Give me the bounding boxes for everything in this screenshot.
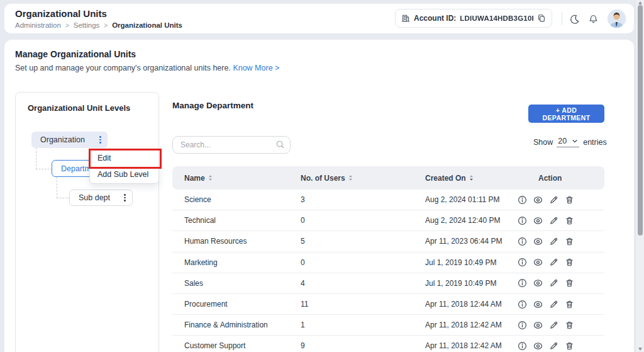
edit-pencil-icon[interactable] [548, 320, 558, 330]
table-row: Marketing 0 Jul 1, 2019 10:49 PM [172, 253, 604, 273]
user-avatar[interactable] [608, 9, 626, 28]
column-header-created[interactable]: Created On [425, 174, 527, 183]
edit-pencil-icon[interactable] [548, 236, 558, 246]
info-icon[interactable] [517, 236, 527, 246]
table-row: Technical 0 Aug 2, 2024 12:40 PM [172, 210, 604, 231]
sort-icon[interactable] [208, 174, 213, 181]
department-created: Apr 11, 2018 12:42 AM [425, 321, 502, 329]
page-scrollbar[interactable] [635, 0, 644, 352]
delete-trash-icon[interactable] [564, 195, 574, 205]
scrollbar-thumb[interactable] [638, 5, 643, 236]
kebab-menu-icon[interactable] [99, 136, 101, 144]
view-eye-icon[interactable] [533, 299, 543, 309]
sort-icon[interactable] [469, 174, 474, 181]
table-row: Finance & Administration 1 Apr 11, 2018 … [172, 315, 604, 336]
delete-trash-icon[interactable] [564, 236, 574, 246]
department-created: Jul 1, 2019 10:49 PM [425, 279, 496, 288]
view-eye-icon[interactable] [533, 215, 543, 225]
breadcrumb-settings[interactable]: Settings [74, 21, 100, 29]
table-row: Human Resources 5 Apr 11, 2023 06:44 PM [172, 231, 604, 252]
info-icon[interactable] [517, 320, 527, 330]
scroll-up-arrow[interactable] [638, 1, 642, 4]
kebab-menu-icon[interactable] [124, 194, 126, 202]
table-row: Sales 4 Jul 1, 2019 10:49 PM [172, 273, 604, 294]
department-users: 5 [301, 237, 305, 246]
breadcrumb-administration[interactable]: Administration [15, 21, 61, 29]
department-created: Jul 1, 2019 10:49 PM [425, 258, 496, 267]
department-name: Marketing [184, 258, 218, 267]
department-created: Apr 11, 2018 12:42 AM [425, 341, 502, 350]
tree-node-organization[interactable]: Organization [31, 132, 108, 148]
entries-label: entries [583, 138, 607, 147]
view-eye-icon[interactable] [533, 278, 543, 288]
department-name: Technical [184, 216, 216, 225]
view-eye-icon[interactable] [533, 258, 543, 268]
department-name: Science [184, 195, 211, 204]
delete-trash-icon[interactable] [564, 215, 574, 225]
view-eye-icon[interactable] [533, 341, 543, 351]
delete-trash-icon[interactable] [564, 258, 574, 268]
show-label: Show [533, 138, 553, 147]
department-name: Sales [184, 279, 203, 288]
account-id-box: Account ID: LDIUWA14HDB3G10RVT0 [395, 9, 552, 28]
department-created: Apr 11, 2018 12:44 AM [425, 300, 502, 309]
search-icon [275, 140, 285, 152]
view-eye-icon[interactable] [533, 195, 543, 205]
know-more-link[interactable]: Know More > [233, 64, 279, 72]
account-id-value: LDIUWA14HDB3G10RVT0 [460, 14, 533, 22]
building-icon [401, 14, 410, 23]
view-eye-icon[interactable] [533, 320, 543, 330]
edit-pencil-icon[interactable] [548, 278, 558, 288]
delete-trash-icon[interactable] [564, 341, 574, 351]
table-row: Procurement 11 Apr 11, 2018 12:44 AM [172, 294, 604, 315]
edit-pencil-icon[interactable] [548, 215, 558, 225]
info-icon[interactable] [517, 278, 527, 288]
edit-pencil-icon[interactable] [548, 258, 558, 268]
info-icon[interactable] [517, 195, 527, 205]
info-icon[interactable] [517, 258, 527, 268]
info-icon[interactable] [517, 341, 527, 351]
info-icon[interactable] [517, 215, 527, 225]
department-users: 0 [301, 258, 305, 267]
delete-trash-icon[interactable] [564, 299, 574, 309]
table-row: Science 3 Aug 2, 2024 01:11 PM [172, 190, 604, 210]
column-header-name[interactable]: Name [172, 174, 301, 183]
table-row: Customer Support 9 Apr 11, 2018 12:42 AM [172, 336, 604, 352]
delete-trash-icon[interactable] [564, 278, 574, 288]
edit-pencil-icon[interactable] [548, 195, 558, 205]
department-name: Customer Support [184, 341, 245, 350]
context-menu-add-sub-level[interactable]: Add Sub Level [90, 166, 158, 183]
department-created: Apr 11, 2023 06:44 PM [425, 237, 502, 246]
department-name: Finance & Administration [184, 321, 268, 329]
copy-icon[interactable] [537, 14, 546, 23]
tree-connector [57, 177, 70, 198]
scroll-down-arrow[interactable] [638, 348, 642, 351]
view-eye-icon[interactable] [533, 236, 543, 246]
section-subtitle: Set up and manage your company's organiz… [15, 64, 279, 72]
breadcrumb-separator: > [65, 22, 69, 29]
main-content: Manage Organizational Units Set up and m… [4, 40, 634, 352]
edit-pencil-icon[interactable] [548, 299, 558, 309]
sort-icon[interactable] [348, 174, 353, 181]
header-divider [562, 12, 562, 25]
notifications-icon[interactable] [586, 12, 600, 26]
breadcrumb: Administration > Settings > Organization… [15, 21, 182, 29]
department-users: 4 [301, 279, 305, 288]
entries-control: Show 20 entries [533, 137, 609, 147]
context-menu-edit[interactable]: Edit [90, 150, 158, 166]
department-name: Procurement [184, 300, 228, 309]
edit-pencil-icon[interactable] [548, 341, 558, 351]
breadcrumb-separator: > [104, 22, 108, 29]
tree-connector [36, 148, 52, 169]
add-department-button[interactable]: + ADD DEPARTMENT [528, 105, 604, 123]
column-header-users[interactable]: No. of Users [301, 174, 425, 183]
breadcrumb-current: Organizational Units [112, 21, 182, 29]
tree-node-sub-dept[interactable]: Sub dept [69, 190, 133, 206]
search-input[interactable] [172, 136, 291, 154]
entries-per-page-select[interactable]: 20 [557, 137, 579, 147]
department-panel-title: Manage Department [172, 101, 253, 110]
delete-trash-icon[interactable] [564, 320, 574, 330]
dark-mode-icon[interactable] [567, 12, 581, 26]
info-icon[interactable] [517, 299, 527, 309]
department-users: 11 [301, 300, 308, 309]
